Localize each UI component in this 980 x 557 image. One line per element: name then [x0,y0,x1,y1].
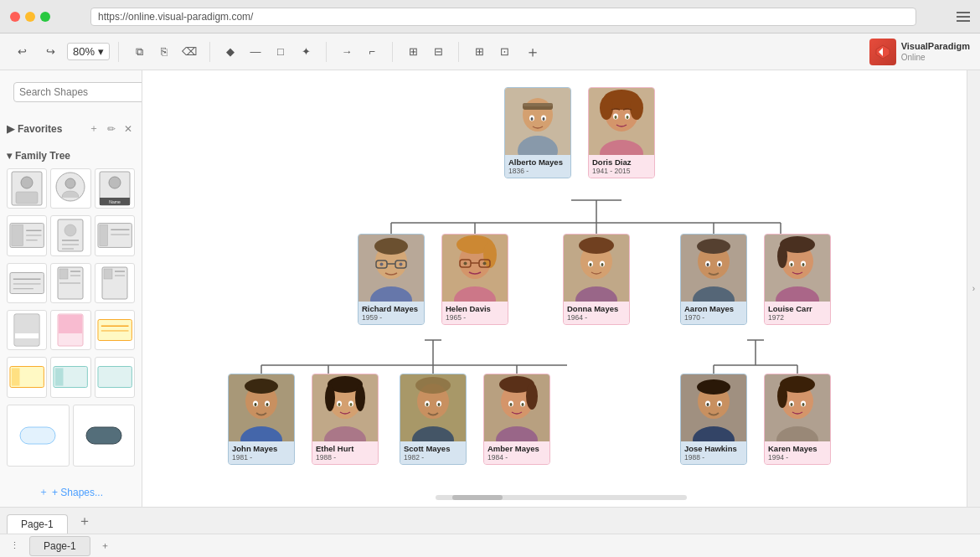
card-doris[interactable]: Doris Diaz 1941 - 2015 [588,87,655,178]
shape-button[interactable]: □ [269,40,292,64]
horizontal-scrollbar[interactable] [436,495,687,500]
card-ethel[interactable]: Ethel Hurt 1988 - [312,374,379,465]
redo-button[interactable]: ↪ [39,40,62,64]
search-input[interactable] [19,86,142,98]
shape-compact1[interactable] [50,215,90,255]
card-alberto[interactable]: Alberto Mayes 1836 - [504,87,571,178]
zoom-control[interactable]: 80% ▾ [67,43,110,60]
add-status-page-button[interactable]: ＋ [97,538,113,554]
search-box[interactable]: 🔍 [13,82,142,102]
dates-louise: 1972 [768,313,827,322]
favorites-edit-button[interactable]: ✏ [105,121,118,137]
shape-horizontal1[interactable] [7,215,47,255]
favorites-header[interactable]: ▶ Favorites ＋ ✏ ✕ [7,117,135,140]
style-button[interactable]: ✦ [294,40,317,64]
shape-yellow-card[interactable] [95,310,135,350]
status-page-tab[interactable]: Page-1 [29,536,90,556]
connector-group: → ⌐ [335,40,384,64]
node-helen[interactable]: Helen Davis 1965 - [441,234,508,325]
delete-button[interactable]: ⌫ [178,40,201,64]
favorites-add-button[interactable]: ＋ [86,121,101,137]
right-collapse-icon: › [972,284,975,293]
right-panel-collapse[interactable]: › [967,70,980,507]
arrange-button[interactable]: ⊞ [401,40,425,64]
favorites-close-button[interactable]: ✕ [121,121,135,137]
address-bar[interactable]: https://online.visual-paradigm.com/ [90,8,916,26]
shape-person-circle1[interactable] [50,168,90,209]
shape-small-photo1[interactable] [50,263,90,303]
node-donna[interactable]: Donna Mayes 1964 - [563,234,630,325]
page-tab-1[interactable]: Page-1 [7,514,68,534]
card-louise[interactable]: Louise Carr 1972 [764,234,831,325]
card-aaron[interactable]: Aaron Mayes 1970 - [680,234,747,325]
scroll-thumb[interactable] [452,495,503,500]
distribute-button[interactable]: ⊟ [426,40,450,64]
paste-button[interactable]: ⎘ [152,40,176,64]
shape-blue-tag[interactable] [7,405,70,467]
favorites-actions: ＋ ✏ ✕ [86,121,135,137]
maximize-button[interactable] [40,12,50,22]
page-options-button[interactable]: ⋮ [7,539,23,553]
node-louise[interactable]: Louise Carr 1972 [764,234,831,325]
family-tree-header[interactable]: ▾ Family Tree [7,147,135,165]
node-john[interactable]: John Mayes 1981 - [228,374,295,465]
shape-horizontal2[interactable] [95,215,135,255]
shape-teal-wide[interactable] [95,357,135,397]
snap-button[interactable]: ⊡ [493,40,516,64]
connector-style-button[interactable]: ⌐ [360,40,384,64]
minimize-button[interactable] [25,12,35,22]
shape-teal-small[interactable] [50,357,90,397]
status-bar: ⋮ Page-1 ＋ [0,534,980,557]
node-karen[interactable]: Karen Mayes 1994 - [764,374,831,465]
info-doris: Doris Diaz 1941 - 2015 [589,155,654,178]
shape-photo-card1[interactable] [7,310,47,350]
photo-scott [400,374,467,441]
svg-point-178 [697,379,730,395]
card-karen[interactable]: Karen Mayes 1994 - [764,374,831,465]
svg-rect-22 [100,225,108,246]
card-amber[interactable]: Amber Mayes 1984 - [483,374,550,465]
add-page-button[interactable]: ＋ [71,509,98,534]
undo-button[interactable]: ↩ [10,40,34,64]
close-button[interactable] [10,12,20,22]
info-karen: Karen Mayes 1994 - [765,441,830,464]
fill-button[interactable]: ◆ [219,40,242,64]
card-richard[interactable]: Richard Mayes 1959 - [358,234,425,325]
connector-button[interactable]: → [335,40,358,64]
divider3 [326,42,327,62]
svg-point-161 [415,377,451,394]
svg-point-17 [64,224,76,236]
card-john[interactable]: John Mayes 1981 - [228,374,295,465]
card-helen[interactable]: Helen Davis 1965 - [441,234,508,325]
node-aaron[interactable]: Aaron Mayes 1970 - [680,234,747,325]
node-jose[interactable]: Jose Hawkins 1988 - [680,374,747,465]
add-shapes-button[interactable]: ＋ + Shapes... [7,480,135,504]
node-amber[interactable]: Amber Mayes 1984 - [483,374,550,465]
shape-wide1[interactable] [7,263,47,303]
svg-point-174 [522,403,524,406]
shape-dark-tag[interactable] [73,405,136,467]
svg-point-181 [707,403,709,406]
menu-icon[interactable] [957,12,970,22]
node-scott[interactable]: Scott Mayes 1982 - [400,374,467,465]
card-jose[interactable]: Jose Hawkins 1988 - [680,374,747,465]
favorites-label: Favorites [18,123,62,135]
grid-button[interactable]: ⊞ [467,40,491,64]
dates-ethel: 1988 - [316,453,374,462]
node-doris[interactable]: Doris Diaz 1941 - 2015 [588,87,655,178]
node-richard[interactable]: Richard Mayes 1959 - [358,234,425,325]
stroke-button[interactable]: — [244,40,267,64]
photo-john [228,374,295,441]
card-scott[interactable]: Scott Mayes 1982 - [400,374,467,465]
node-ethel[interactable]: Ethel Hurt 1988 - [312,374,379,465]
shape-photo-card2[interactable] [50,310,90,350]
add-button[interactable]: ＋ [521,40,544,64]
shape-small-photo2[interactable] [95,263,135,303]
copy-button[interactable]: ⧉ [127,40,151,64]
node-alberto[interactable]: Alberto Mayes 1836 - [504,87,571,178]
card-donna[interactable]: Donna Mayes 1964 - [563,234,630,325]
shape-yellow-small[interactable] [7,357,47,397]
canvas-wrapper[interactable]: Alberto Mayes 1836 - [142,70,980,507]
shape-person-card1[interactable] [7,168,47,209]
shape-person-card2[interactable]: Name [95,168,135,209]
